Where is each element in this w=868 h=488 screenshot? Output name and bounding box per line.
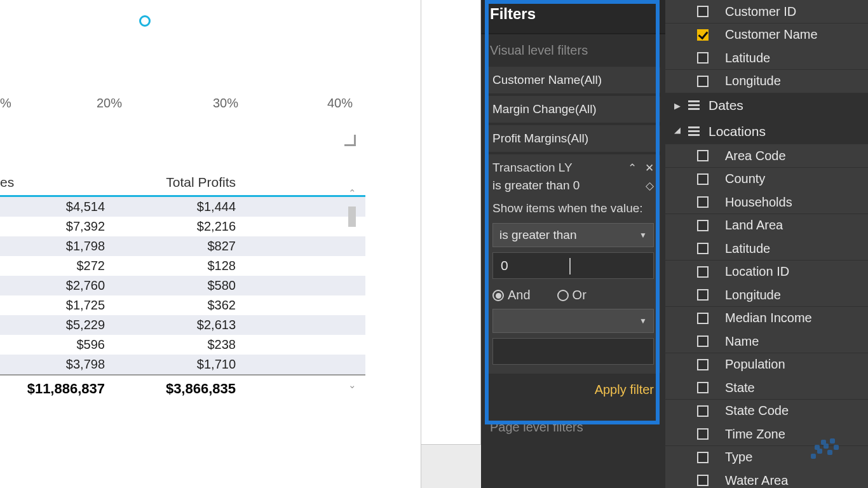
- table-row[interactable]: $596$238: [0, 335, 365, 355]
- table-group-locations[interactable]: ◢ Locations: [665, 119, 868, 144]
- scatter-chart[interactable]: % 20% 30% 40%: [0, 0, 356, 146]
- report-canvas: % 20% 30% 40% es Total Profits $4,514$1,…: [0, 0, 423, 488]
- field-households[interactable]: Households: [665, 191, 868, 214]
- filter-card-margin-change[interactable]: Margin Change(All): [486, 96, 660, 123]
- field-label: State Code: [725, 403, 789, 418]
- field-label: Customer ID: [725, 4, 796, 19]
- filter-summary: is greater than 0: [492, 179, 580, 193]
- checkbox-icon[interactable]: [697, 266, 709, 278]
- checkbox-icon[interactable]: [697, 313, 709, 324]
- field-label: Longitude: [725, 288, 781, 302]
- field-name[interactable]: Name: [665, 330, 868, 353]
- field-label: Population: [725, 357, 785, 372]
- filter-card-transaction-ly[interactable]: Transaction LY ⌃ ✕ is greater than 0 ◇ S…: [486, 154, 660, 374]
- column-header[interactable]: es: [0, 175, 19, 190]
- checkbox-checked-icon[interactable]: [697, 29, 709, 41]
- checkbox-icon[interactable]: [697, 76, 709, 87]
- checkbox-icon[interactable]: [697, 405, 709, 417]
- field-land-area[interactable]: Land Area: [665, 214, 868, 237]
- chart-data-point[interactable]: [139, 15, 151, 27]
- checkbox-icon[interactable]: [697, 475, 709, 486]
- checkbox-icon[interactable]: [697, 336, 709, 347]
- table-icon: [688, 100, 700, 111]
- field-state-code[interactable]: State Code: [665, 400, 868, 423]
- apply-filter-button[interactable]: Apply filter: [481, 376, 665, 402]
- value-1-input[interactable]: 0: [492, 252, 654, 279]
- field-population[interactable]: Population: [665, 353, 868, 376]
- value-1-text: 0: [501, 258, 508, 273]
- field-county[interactable]: County: [665, 168, 868, 191]
- logic-or-radio[interactable]: Or: [557, 288, 587, 302]
- operator-2-select[interactable]: ▼: [492, 309, 654, 333]
- total-value: $11,886,837: [19, 381, 130, 397]
- checkbox-icon[interactable]: [697, 6, 709, 17]
- checkbox-icon[interactable]: [697, 452, 709, 463]
- field-latitude[interactable]: Latitude: [665, 46, 868, 69]
- table-row[interactable]: $2,760$580: [0, 276, 365, 295]
- checkbox-icon[interactable]: [697, 173, 709, 185]
- table-row[interactable]: $4,514$1,444: [0, 197, 365, 217]
- table-row[interactable]: $272$128: [0, 256, 365, 276]
- field-customer-name[interactable]: Customer Name: [665, 24, 868, 46]
- group-label: Dates: [709, 98, 743, 113]
- filter-name: Transaction LY: [492, 161, 573, 175]
- field-label: Longitude: [725, 74, 781, 88]
- filter-card-profit-margins[interactable]: Profit Margins(All): [486, 125, 660, 152]
- table-row[interactable]: $3,798$1,710: [0, 355, 365, 374]
- checkbox-icon[interactable]: [697, 382, 709, 393]
- data-table[interactable]: es Total Profits $4,514$1,444 $7,392$2,2…: [0, 175, 365, 397]
- field-customer-id[interactable]: Customer ID: [665, 0, 868, 23]
- table-row[interactable]: $1,798$827: [0, 236, 365, 256]
- table-row[interactable]: $1,725$362: [0, 295, 365, 315]
- fields-panel: Customer ID Customer Name Latitude Longi…: [665, 0, 868, 488]
- logic-and-radio[interactable]: And: [492, 288, 531, 302]
- filter-card-customer-name[interactable]: Customer Name(All): [486, 67, 660, 93]
- operator-1-value: is greater than: [499, 228, 576, 242]
- eraser-icon[interactable]: ◇: [646, 179, 654, 193]
- checkbox-icon[interactable]: [697, 289, 709, 301]
- scroll-down-icon[interactable]: ⌄: [347, 379, 357, 391]
- filter-prompt: Show items when the value:: [492, 200, 654, 217]
- table-icon: [688, 126, 700, 137]
- checkbox-icon[interactable]: [697, 196, 709, 208]
- text-caret: [569, 258, 571, 274]
- field-label: Latitude: [725, 241, 770, 256]
- table-row[interactable]: $7,392$2,216: [0, 217, 365, 236]
- field-state[interactable]: State: [665, 376, 868, 399]
- field-median-income[interactable]: Median Income: [665, 307, 868, 330]
- close-icon[interactable]: ✕: [645, 162, 654, 174]
- collapse-icon[interactable]: ⌃: [628, 162, 637, 174]
- chevron-down-icon: ▼: [639, 231, 647, 240]
- chevron-down-icon: ▼: [639, 316, 647, 325]
- filters-panel: Filters Visual level filters Customer Na…: [481, 0, 665, 488]
- checkbox-icon[interactable]: [697, 359, 709, 370]
- checkbox-icon[interactable]: [697, 150, 709, 161]
- table-header-row: es Total Profits: [0, 175, 365, 197]
- field-label: Households: [725, 195, 792, 210]
- caret-right-icon: ▶: [674, 101, 683, 111]
- operator-1-select[interactable]: is greater than ▼: [492, 223, 654, 247]
- scroll-up-icon[interactable]: ⌃: [347, 187, 357, 199]
- field-label: Latitude: [725, 51, 770, 65]
- column-header[interactable]: Total Profits: [130, 175, 238, 190]
- checkbox-icon[interactable]: [697, 220, 709, 231]
- field-location-id[interactable]: Location ID: [665, 261, 868, 283]
- table-body: $4,514$1,444 $7,392$2,216 $1,798$827 $27…: [0, 197, 365, 374]
- table-scrollbar[interactable]: ⌃ ⌄: [347, 187, 357, 391]
- field-latitude-loc[interactable]: Latitude: [665, 237, 868, 260]
- field-area-code[interactable]: Area Code: [665, 144, 868, 167]
- checkbox-icon[interactable]: [697, 52, 709, 64]
- column-header[interactable]: [19, 175, 130, 190]
- field-water-area[interactable]: Water Area: [665, 469, 868, 488]
- visual-resize-handle[interactable]: [344, 135, 356, 146]
- scroll-thumb[interactable]: [348, 207, 356, 227]
- checkbox-icon[interactable]: [697, 243, 709, 254]
- field-label: Location ID: [725, 264, 789, 279]
- field-longitude-loc[interactable]: Longitude: [665, 283, 868, 306]
- value-2-input[interactable]: [492, 338, 654, 365]
- table-row[interactable]: $5,229$2,613: [0, 315, 365, 335]
- table-group-dates[interactable]: ▶ Dates: [665, 93, 868, 118]
- field-longitude[interactable]: Longitude: [665, 70, 868, 93]
- axis-tick: 40%: [327, 96, 353, 111]
- checkbox-icon[interactable]: [697, 428, 709, 440]
